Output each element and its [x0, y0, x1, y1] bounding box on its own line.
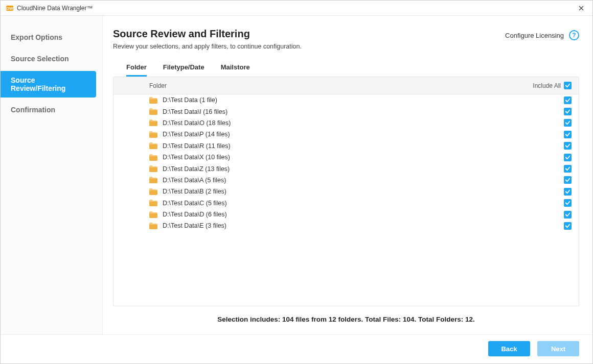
include-checkbox[interactable]: [564, 119, 572, 127]
include-checkbox[interactable]: [564, 176, 572, 184]
column-header-include-all: Include All: [533, 82, 561, 89]
include-all-checkbox[interactable]: [564, 82, 572, 89]
app-logo-icon: DW: [6, 4, 14, 12]
folder-icon: [149, 108, 157, 115]
folder-path-label: D:\Test Data\I (16 files): [163, 108, 564, 115]
include-checkbox[interactable]: [564, 142, 572, 150]
titlebar-title: CloudNine Data Wrangler™: [17, 5, 93, 12]
folder-path-label: D:\Test Data\B (2 files): [163, 188, 564, 195]
close-icon[interactable]: [575, 2, 587, 14]
folder-icon: [149, 177, 157, 183]
folder-path-label: D:\Test Data\X (10 files): [163, 154, 564, 161]
include-checkbox[interactable]: [564, 188, 572, 196]
folder-path-label: D:\Test Data\E (3 files): [163, 222, 564, 229]
include-checkbox[interactable]: [564, 154, 572, 161]
footer-buttons: Back Next: [1, 334, 592, 363]
table-row: D:\Test Data\X (10 files): [113, 152, 579, 163]
sidebar-item-source-review-filtering[interactable]: Source Review/Filtering: [1, 71, 96, 98]
svg-text:DW: DW: [6, 6, 13, 11]
tab-filetype-date[interactable]: Filetype/Date: [163, 63, 204, 77]
folder-path-label: D:\Test Data\R (11 files): [163, 142, 564, 150]
table-row: D:\Test Data\P (14 files): [113, 129, 579, 140]
sidebar: Export OptionsSource SelectionSource Rev…: [1, 16, 103, 334]
folder-icon: [149, 119, 157, 126]
selection-summary: Selection includes: 104 files from 12 fo…: [113, 316, 579, 323]
folder-path-label: D:\Test Data\C (5 files): [163, 200, 564, 207]
back-button[interactable]: Back: [488, 341, 530, 356]
table-row: D:\Test Data\C (5 files): [113, 198, 579, 209]
folder-path-label: D:\Test Data\Z (13 files): [163, 165, 564, 173]
folder-icon: [149, 154, 157, 161]
folder-icon: [149, 223, 157, 229]
folder-icon: [149, 165, 157, 172]
include-checkbox[interactable]: [564, 199, 572, 207]
sidebar-item-confirmation[interactable]: Confirmation: [1, 101, 102, 119]
column-header-folder: Folder: [149, 82, 533, 89]
table-row: D:\Test Data\O (18 files): [113, 117, 579, 129]
folder-path-label: D:\Test Data\P (14 files): [163, 131, 564, 138]
folder-table: Folder Include All D:\Test Data (1 file)…: [113, 77, 579, 306]
table-row: D:\Test Data (1 file): [113, 94, 579, 106]
table-row: D:\Test Data\Z (13 files): [113, 163, 579, 174]
table-row: D:\Test Data\A (5 files): [113, 175, 579, 186]
tab-folder[interactable]: Folder: [126, 63, 147, 77]
table-row: D:\Test Data\B (2 files): [113, 186, 579, 197]
sidebar-item-source-selection[interactable]: Source Selection: [1, 50, 102, 68]
help-icon[interactable]: ?: [569, 30, 579, 40]
tab-mailstore[interactable]: Mailstore: [221, 63, 250, 77]
include-checkbox[interactable]: [564, 96, 572, 104]
folder-icon: [149, 188, 157, 195]
folder-icon: [149, 200, 157, 206]
table-row: D:\Test Data\E (3 files): [113, 220, 579, 231]
table-row: D:\Test Data\D (6 files): [113, 209, 579, 220]
folder-path-label: D:\Test Data\A (5 files): [163, 177, 564, 184]
include-checkbox[interactable]: [564, 222, 572, 230]
include-checkbox[interactable]: [564, 108, 572, 115]
folder-path-label: D:\Test Data\D (6 files): [163, 211, 564, 218]
folder-icon: [149, 142, 157, 149]
folder-path-label: D:\Test Data\O (18 files): [163, 119, 564, 127]
configure-licensing-link[interactable]: Configure Licensing: [505, 32, 564, 39]
page-subtitle: Review your selections, and apply filter…: [113, 43, 302, 50]
tabs: FolderFiletype/DateMailstore: [113, 63, 579, 77]
table-row: D:\Test Data\R (11 files): [113, 140, 579, 152]
include-checkbox[interactable]: [564, 211, 572, 219]
folder-path-label: D:\Test Data (1 file): [163, 96, 564, 104]
folder-icon: [149, 211, 157, 218]
table-row: D:\Test Data\I (16 files): [113, 106, 579, 117]
include-checkbox[interactable]: [564, 165, 572, 173]
include-checkbox[interactable]: [564, 131, 572, 138]
page-title: Source Review and Filtering: [113, 28, 302, 40]
next-button[interactable]: Next: [537, 341, 579, 356]
folder-icon: [149, 97, 157, 104]
folder-icon: [149, 131, 157, 138]
titlebar: DW CloudNine Data Wrangler™: [1, 1, 592, 16]
sidebar-item-export-options[interactable]: Export Options: [1, 28, 102, 46]
